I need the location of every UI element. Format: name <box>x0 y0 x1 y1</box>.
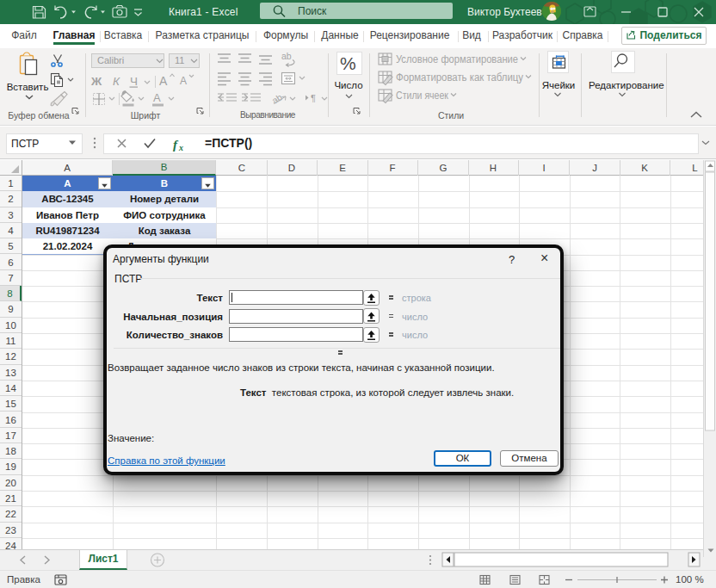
svg-text:ab: ab <box>281 51 292 61</box>
svg-text:А: А <box>159 74 168 88</box>
svg-text:А: А <box>180 75 187 87</box>
svg-text:%: % <box>340 53 356 73</box>
svg-text:¶: ¶ <box>311 93 316 103</box>
svg-text:Ч: Ч <box>130 75 138 88</box>
svg-text:К: К <box>113 75 120 88</box>
svg-text:f: f <box>173 138 179 152</box>
svg-text:А: А <box>153 91 161 104</box>
svg-text:Форматировать как таблицу: Форматировать как таблицу <box>396 71 523 84</box>
svg-text:Стили ячеек: Стили ячеек <box>396 90 449 102</box>
svg-text:x: x <box>178 143 183 152</box>
svg-text:Ж: Ж <box>90 75 102 88</box>
svg-text:Условное форматирование: Условное форматирование <box>396 53 518 65</box>
